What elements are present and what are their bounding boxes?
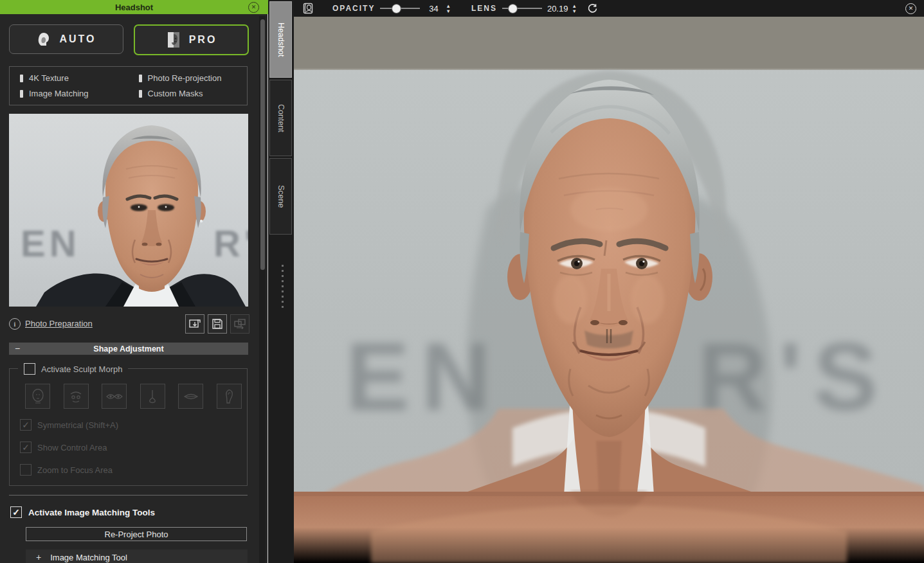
activate-sculpt-morph-checkbox[interactable] bbox=[24, 363, 35, 375]
sculpt-morph-group: Activate Sculpt Morph bbox=[9, 368, 248, 486]
viewport-close-icon[interactable]: ✕ bbox=[905, 3, 916, 14]
spinner-down-icon[interactable]: ▼ bbox=[446, 9, 450, 13]
eyes-morph-icon bbox=[106, 391, 123, 402]
opacity-label: OPACITY bbox=[332, 4, 375, 13]
bullet-icon bbox=[20, 75, 23, 82]
feature-list: 4K Texture Photo Re-projection Image Mat… bbox=[9, 66, 248, 105]
spinner-up-icon[interactable]: ▲ bbox=[572, 4, 576, 8]
reference-image-button[interactable] bbox=[302, 2, 314, 15]
image-matching-tool-label: Image Matching Tool bbox=[50, 553, 127, 562]
reference-image-icon bbox=[302, 2, 314, 15]
panel-resize-handle[interactable] bbox=[282, 265, 284, 308]
activate-image-matching-checkbox[interactable]: ✓ bbox=[10, 506, 22, 518]
lens-value[interactable]: 20.19 bbox=[547, 4, 568, 13]
feature-4k-texture: 4K Texture bbox=[10, 73, 129, 83]
reset-icon bbox=[587, 3, 598, 14]
save-icon bbox=[212, 319, 222, 329]
show-control-area-option: ✓ Show Control Area bbox=[20, 442, 107, 453]
separator bbox=[9, 495, 248, 496]
photo-preparation-link[interactable]: Photo Preparation bbox=[25, 319, 93, 328]
tab-content[interactable]: Content bbox=[269, 80, 292, 156]
symmetrical-checkbox[interactable]: ✓ bbox=[20, 419, 32, 431]
viewport-toolbar: OPACITY 34 ▲ ▼ LENS 20.19 ▲ ▼ bbox=[294, 0, 924, 17]
panel-title: Headshot bbox=[115, 3, 153, 12]
morph-tool-eyes-button[interactable] bbox=[102, 384, 127, 409]
bullet-icon bbox=[139, 90, 142, 98]
show-control-area-label: Show Control Area bbox=[37, 443, 107, 452]
morph-tool-mouth-button[interactable] bbox=[178, 384, 203, 409]
morph-tool-nose-button[interactable] bbox=[140, 384, 165, 409]
photo-logo-left: EN bbox=[21, 222, 80, 264]
source-photo: EN R' bbox=[9, 114, 248, 307]
bullet-icon bbox=[20, 90, 23, 98]
lens-spinner[interactable]: ▲ ▼ bbox=[572, 4, 576, 13]
morph-tool-head-button[interactable] bbox=[25, 384, 50, 409]
info-icon[interactable]: i bbox=[9, 318, 21, 330]
feature-photo-reprojection: Photo Re-projection bbox=[129, 73, 248, 83]
panel-close-icon[interactable]: ✕ bbox=[248, 2, 259, 13]
auto-mode-label: AUTO bbox=[59, 33, 96, 45]
feature-custom-masks: Custom Masks bbox=[129, 89, 248, 98]
load-photo-button[interactable] bbox=[185, 314, 204, 334]
opacity-slider[interactable] bbox=[380, 4, 420, 13]
nose-morph-icon bbox=[148, 389, 157, 404]
opacity-spinner[interactable]: ▲ ▼ bbox=[446, 4, 450, 13]
headshot-panel: Headshot ✕ AUTO PRO 4K Te bbox=[0, 0, 268, 563]
expand-plus-icon: + bbox=[36, 552, 41, 562]
side-tab-strip: Headshot Content Scene bbox=[268, 0, 294, 563]
viewport[interactable]: OPACITY 34 ▲ ▼ LENS 20.19 ▲ ▼ bbox=[294, 0, 924, 563]
panel-header: Headshot ✕ bbox=[0, 0, 268, 14]
reproject-texture-icon bbox=[234, 319, 246, 329]
save-button[interactable] bbox=[208, 314, 227, 334]
reset-lens-button[interactable] bbox=[587, 3, 598, 14]
collapse-minus-icon[interactable]: − bbox=[15, 343, 20, 355]
auto-head-icon bbox=[36, 31, 51, 47]
head-morph-icon bbox=[31, 389, 45, 404]
activate-sculpt-morph-label: Activate Sculpt Morph bbox=[41, 364, 122, 374]
show-control-area-checkbox[interactable]: ✓ bbox=[20, 442, 32, 453]
zoom-to-focus-option: Zoom to Focus Area bbox=[20, 464, 113, 476]
image-matching-tool-expander[interactable]: + Image Matching Tool bbox=[26, 550, 248, 563]
reproject-photo-button[interactable]: Re-Project Photo bbox=[26, 527, 247, 541]
headshot-app: Headshot ✕ AUTO PRO 4K Te bbox=[0, 0, 924, 563]
morph-tool-ear-button[interactable] bbox=[217, 384, 242, 409]
activate-image-matching-label: Activate Image Matching Tools bbox=[28, 508, 155, 517]
lens-label: LENS bbox=[471, 4, 497, 13]
scene-3d-render[interactable]: EN R'S bbox=[294, 17, 924, 563]
panel-scrollbar[interactable] bbox=[259, 16, 266, 563]
symmetrical-option: ✓ Symmetrical (Shift+A) bbox=[20, 419, 118, 431]
spinner-up-icon[interactable]: ▲ bbox=[446, 4, 450, 8]
zoom-to-focus-label: Zoom to Focus Area bbox=[37, 465, 113, 475]
symmetrical-label: Symmetrical (Shift+A) bbox=[37, 420, 118, 430]
tab-headshot[interactable]: Headshot bbox=[269, 1, 292, 78]
reproject-texture-button[interactable] bbox=[230, 314, 249, 334]
photo-preparation-row: i Photo Preparation bbox=[9, 314, 248, 334]
bullet-icon bbox=[139, 75, 142, 82]
pro-mode-label: PRO bbox=[189, 34, 217, 46]
morph-tool-brow-button[interactable] bbox=[64, 384, 89, 409]
opacity-value[interactable]: 34 bbox=[425, 4, 442, 13]
lens-slider[interactable] bbox=[502, 4, 542, 13]
shape-adjustment-header[interactable]: − Shape Adjustment bbox=[9, 343, 248, 355]
auto-mode-button[interactable]: AUTO bbox=[9, 24, 123, 54]
feature-image-matching: Image Matching bbox=[10, 89, 129, 98]
pro-mode-button[interactable]: PRO bbox=[134, 24, 249, 55]
load-photo-icon bbox=[189, 319, 201, 329]
zoom-to-focus-checkbox[interactable] bbox=[20, 464, 32, 476]
pro-head-icon bbox=[166, 31, 181, 48]
panel-scrollbar-thumb[interactable] bbox=[260, 19, 265, 270]
tab-scene[interactable]: Scene bbox=[269, 158, 292, 235]
brow-morph-icon bbox=[69, 389, 83, 404]
mouth-morph-icon bbox=[183, 392, 199, 401]
photo-logo-right: R' bbox=[213, 222, 248, 264]
spinner-down-icon[interactable]: ▼ bbox=[572, 9, 576, 13]
ear-morph-icon bbox=[224, 389, 234, 404]
shape-adjustment-title: Shape Adjustment bbox=[93, 344, 163, 353]
activate-image-matching-row: ✓ Activate Image Matching Tools bbox=[10, 506, 155, 518]
